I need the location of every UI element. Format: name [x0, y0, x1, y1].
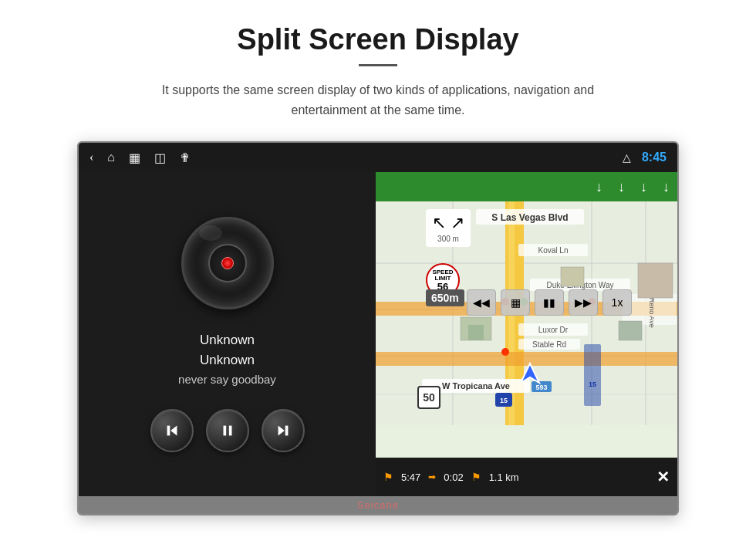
svg-rect-44 [561, 267, 584, 286]
svg-text:Luxor Dr: Luxor Dr [538, 326, 569, 334]
status-bar: ‹ ⌂ ▦ ◫ ✟ △ 8:45 [79, 143, 677, 172]
media-controls [150, 409, 305, 452]
page-title: Split Screen Display [237, 23, 518, 56]
svg-rect-1 [167, 425, 170, 435]
home-icon[interactable]: ⌂ [107, 150, 115, 164]
vinyl-highlight [199, 225, 222, 241]
svg-text:50: 50 [423, 391, 435, 404]
turn-distance: 300 m [437, 235, 459, 243]
svg-rect-45 [619, 321, 642, 340]
nav-distance: 1.1 km [489, 472, 519, 483]
status-time: 8:45 [642, 150, 667, 164]
play-pause-button[interactable] [206, 409, 249, 452]
vinyl-inner [208, 244, 247, 282]
nav-checkerboard-button[interactable]: ▦ [501, 289, 530, 316]
svg-rect-24 [376, 352, 677, 366]
nav-next-button[interactable]: ▶▶ [569, 289, 598, 316]
prev-track-button[interactable] [150, 409, 194, 452]
track-title: Unknown [200, 333, 255, 348]
track-album: never say goodbay [178, 373, 276, 386]
svg-text:15: 15 [500, 397, 508, 404]
eject-icon[interactable]: △ [623, 151, 631, 164]
nav-panel: ↓ ↓ ↓ ↓ [376, 172, 677, 496]
distance-to-turn: 650m [426, 289, 464, 306]
nav-time: 5:47 [401, 472, 420, 483]
watermark: Seicane [79, 496, 677, 514]
nav-arrow-1: ↓ [596, 179, 602, 195]
nav-arrow-3: ↓ [640, 179, 647, 195]
nav-bottom-bar: ⚑ 5:47 ➡ 0:02 ⚑ 1.1 km ✕ [376, 458, 677, 496]
split-screen: Unknown Unknown never say goodbay [79, 172, 677, 496]
nav-start-flag: ⚑ [383, 471, 393, 484]
recent-apps-icon[interactable]: ▦ [129, 150, 140, 165]
nav-playback-controls: ◀◀ ▦ ▮▮ ▶▶ 1x [467, 289, 632, 316]
nav-close-button[interactable]: ✕ [656, 468, 670, 486]
nav-end-flag: ⚑ [471, 471, 481, 484]
svg-rect-43 [468, 325, 484, 340]
vinyl-center-dot [221, 257, 234, 269]
nav-pause-button[interactable]: ▮▮ [535, 289, 564, 316]
title-divider [359, 64, 397, 66]
page-subtitle: It supports the same screen display of t… [139, 80, 617, 120]
svg-text:593: 593 [535, 384, 547, 391]
nav-prev-button[interactable]: ◀◀ [467, 289, 496, 316]
svg-text:W Tropicana Ave: W Tropicana Ave [442, 381, 510, 390]
svg-rect-37 [584, 344, 601, 406]
track-artist: Unknown [200, 353, 255, 368]
nav-arrow-4: ↓ [663, 179, 670, 195]
next-track-button[interactable] [262, 409, 305, 452]
nav-arrow-2: ↓ [618, 179, 625, 195]
svg-text:Koval Ln: Koval Ln [538, 246, 569, 255]
nav-top-bar: ↓ ↓ ↓ ↓ [376, 172, 677, 201]
svg-text:Stable Rd: Stable Rd [532, 340, 566, 349]
vinyl-disc [181, 217, 274, 309]
nav-arrow-icon: ➡ [428, 472, 436, 483]
nav-elapsed: 0:02 [444, 472, 463, 483]
usb-icon[interactable]: ✟ [180, 150, 190, 165]
gallery-icon[interactable]: ◫ [154, 150, 166, 165]
nav-speed-button[interactable]: 1x [602, 289, 632, 316]
svg-rect-2 [223, 425, 226, 435]
svg-rect-46 [638, 263, 673, 298]
nav-turn-indicator: ↖ ↗ 300 m [426, 209, 471, 247]
svg-marker-0 [170, 425, 177, 435]
svg-point-48 [501, 348, 509, 356]
svg-text:S Las Vegas Blvd: S Las Vegas Blvd [491, 212, 568, 223]
media-panel: Unknown Unknown never say goodbay [79, 172, 376, 496]
back-icon[interactable]: ‹ [89, 150, 93, 164]
svg-marker-4 [278, 425, 284, 435]
device-frame: ‹ ⌂ ▦ ◫ ✟ △ 8:45 Unknown Unknown never s… [77, 141, 679, 516]
svg-rect-5 [285, 425, 288, 435]
svg-rect-3 [228, 425, 231, 435]
svg-text:15: 15 [589, 380, 596, 388]
